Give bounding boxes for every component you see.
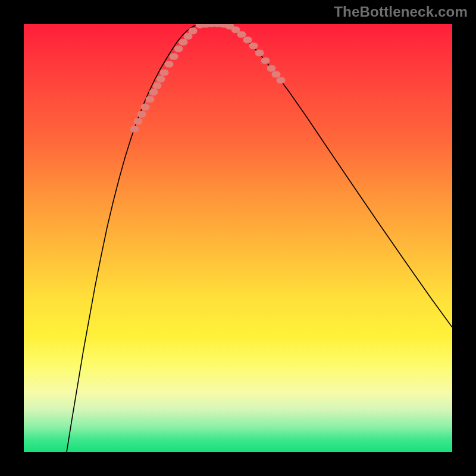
plot-background-gradient [24, 24, 452, 452]
chart-container: TheBottleneck.com [0, 0, 476, 476]
watermark-text: TheBottleneck.com [334, 4, 468, 20]
